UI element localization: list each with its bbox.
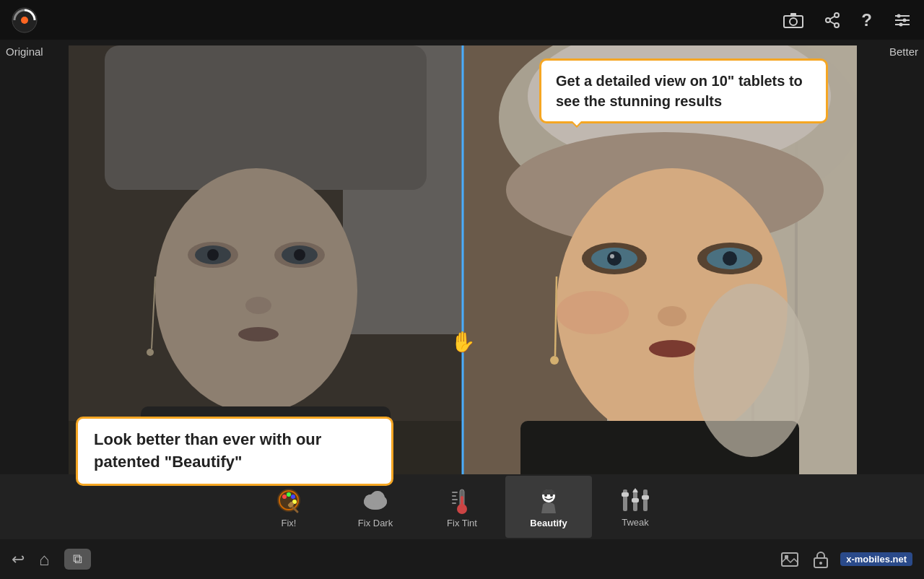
app-logo (12, 7, 38, 33)
split-divider[interactable] (462, 45, 464, 508)
svg-point-1 (21, 17, 28, 24)
tweak-icon (620, 487, 650, 514)
svg-point-60 (277, 489, 300, 512)
svg-rect-80 (461, 496, 463, 508)
help-icon[interactable]: ? (861, 10, 872, 30)
tweak-label: Tweak (622, 517, 649, 528)
bottom-nav-right: x-mobiles.net (781, 550, 912, 569)
svg-point-64 (291, 495, 295, 499)
image-area: Original Better (0, 40, 924, 513)
svg-rect-86 (643, 489, 648, 511)
svg-rect-87 (622, 492, 629, 497)
tabs-button[interactable]: ⧉ (64, 549, 91, 570)
svg-point-62 (282, 495, 287, 499)
home-button[interactable]: ⌂ (39, 549, 50, 570)
fix-dark-icon (361, 486, 390, 515)
fix-tint-label: Fix Tint (447, 518, 477, 528)
tool-tweak[interactable]: Tweak (592, 476, 679, 538)
svg-rect-77 (452, 495, 456, 497)
tool-beautify[interactable]: Beautify (505, 476, 592, 538)
svg-point-5 (834, 13, 839, 17)
brand-badge: x-mobiles.net (840, 552, 912, 566)
svg-rect-78 (452, 499, 458, 500)
svg-rect-76 (452, 492, 458, 493)
image-container: ✋ Get a detailed view on 10" tablets to … (69, 45, 857, 508)
svg-point-73 (370, 491, 385, 505)
tooltip-bottom-text: Look better than ever with our patented … (94, 429, 375, 474)
tooltip-top: Get a detailed view on 10" tablets to se… (539, 58, 828, 123)
svg-point-51 (723, 251, 737, 266)
svg-point-15 (899, 22, 903, 26)
beautify-label: Beautify (530, 518, 567, 528)
tool-fix-tint[interactable]: Fix Tint (419, 476, 505, 538)
svg-point-57 (550, 356, 559, 365)
svg-line-8 (830, 21, 835, 24)
top-bar: ? (0, 0, 924, 40)
svg-point-52 (610, 254, 614, 258)
svg-line-9 (830, 16, 835, 19)
svg-point-55 (557, 291, 629, 334)
svg-point-3 (790, 18, 797, 25)
svg-point-94 (819, 562, 822, 565)
svg-marker-90 (632, 488, 638, 492)
gallery-icon[interactable] (781, 551, 801, 568)
label-original: Original (6, 45, 43, 58)
label-better: Better (889, 45, 918, 58)
svg-point-13 (897, 14, 901, 17)
svg-rect-89 (642, 495, 649, 500)
svg-point-7 (834, 23, 839, 27)
settings-icon[interactable] (892, 12, 912, 29)
fix-label: Fix! (282, 518, 297, 528)
svg-point-54 (649, 340, 695, 357)
brand-text: x-mobiles.net (846, 554, 907, 565)
svg-point-6 (826, 18, 830, 22)
svg-point-59 (694, 284, 809, 457)
svg-point-63 (287, 492, 291, 497)
svg-point-50 (607, 251, 622, 266)
share-icon[interactable] (824, 12, 841, 29)
camera-icon[interactable] (783, 12, 803, 29)
tooltip-bottom: Look better than ever with our patented … (76, 417, 393, 486)
fix-icon (274, 486, 303, 515)
lock-icon[interactable] (813, 550, 829, 569)
bottom-nav: ↩ ⌂ ⧉ x-mobiles.net (0, 539, 924, 579)
svg-rect-88 (632, 498, 639, 502)
fix-tint-icon (448, 486, 476, 515)
back-button[interactable]: ↩ (12, 550, 25, 569)
svg-rect-79 (452, 502, 456, 504)
svg-rect-4 (790, 13, 796, 16)
fix-dark-label: Fix Dark (358, 518, 393, 528)
svg-point-53 (658, 306, 687, 326)
svg-point-14 (903, 18, 907, 22)
tooltip-top-text: Get a detailed view on 10" tablets to se… (556, 71, 811, 111)
beautify-icon (534, 486, 563, 515)
drag-handle[interactable]: ✋ (450, 329, 476, 353)
top-bar-right: ? (783, 10, 912, 30)
